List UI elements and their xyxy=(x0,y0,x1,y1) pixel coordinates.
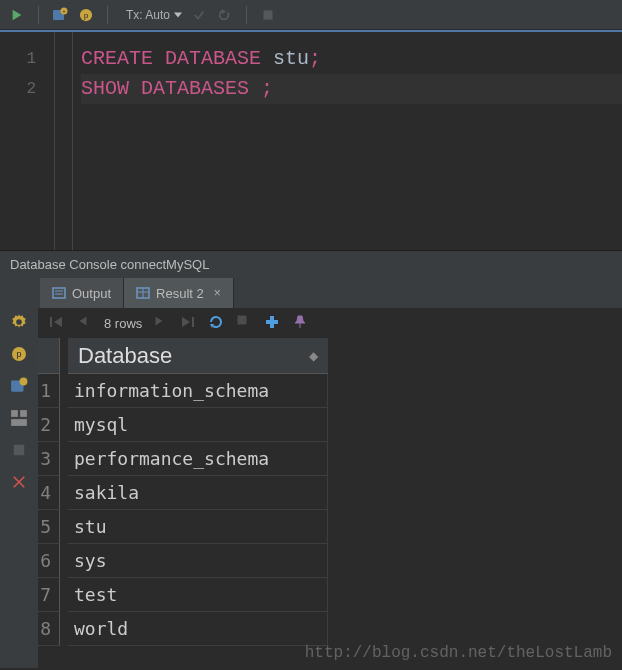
data-cell[interactable]: test xyxy=(68,578,328,612)
data-cell[interactable]: sys xyxy=(68,544,328,578)
sql-semicolon: ; xyxy=(261,77,273,100)
table-icon xyxy=(136,286,150,300)
svg-rect-9 xyxy=(53,288,65,298)
close-icon[interactable]: × xyxy=(214,286,221,300)
editor-toolbar: + p Tx: Auto xyxy=(0,0,622,30)
line-number: 2 xyxy=(0,74,36,104)
data-column: Database ◆ information_schema mysql perf… xyxy=(68,338,328,646)
run-icon[interactable] xyxy=(8,6,26,24)
stop-rail-icon[interactable] xyxy=(9,440,29,460)
column-header[interactable]: Database ◆ xyxy=(68,338,328,374)
last-page-icon[interactable] xyxy=(180,314,198,332)
output-icon xyxy=(52,286,66,300)
gutter-header xyxy=(38,338,60,374)
result-area: p 8 rows 1 xyxy=(0,308,622,668)
svg-text:p: p xyxy=(84,10,89,19)
gutter-separator xyxy=(55,32,73,250)
separator xyxy=(107,6,108,24)
row-number: 3 xyxy=(38,442,60,476)
row-number-gutter: 1 2 3 4 5 6 7 8 xyxy=(38,338,68,646)
separator xyxy=(38,6,39,24)
row-number: 8 xyxy=(38,612,60,646)
line-number: 1 xyxy=(0,44,36,74)
pin-icon[interactable] xyxy=(292,314,310,332)
layout-icon[interactable] xyxy=(9,408,29,428)
stop-icon[interactable] xyxy=(259,6,277,24)
pending-icon[interactable]: p xyxy=(77,6,95,24)
tx-mode-label: Tx: Auto xyxy=(126,8,170,22)
svg-point-19 xyxy=(20,378,28,386)
chevron-down-icon xyxy=(174,12,182,18)
svg-marker-7 xyxy=(222,8,226,13)
row-count-label: 8 rows xyxy=(104,316,142,331)
svg-marker-28 xyxy=(80,317,87,326)
svg-rect-31 xyxy=(192,317,194,327)
data-cell[interactable]: sakila xyxy=(68,476,328,510)
data-grid[interactable]: 1 2 3 4 5 6 7 8 Database ◆ information_s… xyxy=(38,338,622,646)
sql-semicolon: ; xyxy=(309,47,321,70)
result-toolbar: 8 rows xyxy=(38,308,622,338)
data-cell[interactable]: stu xyxy=(68,510,328,544)
svg-rect-8 xyxy=(264,10,273,19)
refresh-icon[interactable] xyxy=(208,314,226,332)
svg-text:p: p xyxy=(16,350,21,360)
close-rail-icon[interactable] xyxy=(9,472,29,492)
svg-rect-23 xyxy=(14,445,25,456)
sql-editor[interactable]: 1 2 CREATE DATABASE stu; SHOW DATABASES … xyxy=(0,30,622,250)
svg-point-15 xyxy=(16,319,22,325)
svg-text:+: + xyxy=(62,9,65,15)
tab-label: Result 2 xyxy=(156,286,204,301)
svg-rect-26 xyxy=(50,317,52,327)
row-number: 4 xyxy=(38,476,60,510)
row-number: 2 xyxy=(38,408,60,442)
settings-icon[interactable] xyxy=(9,312,29,332)
data-cell[interactable]: mysql xyxy=(68,408,328,442)
sql-keyword: SHOW DATABASES xyxy=(81,77,249,100)
svg-rect-22 xyxy=(11,419,27,426)
code-line: SHOW DATABASES ; xyxy=(81,74,622,104)
editor-gutter: 1 2 xyxy=(0,32,55,250)
data-cell[interactable]: world xyxy=(68,612,328,646)
svg-rect-33 xyxy=(238,316,247,325)
first-page-icon[interactable] xyxy=(48,314,66,332)
svg-rect-21 xyxy=(20,410,27,417)
column-name: Database xyxy=(78,338,172,374)
add-row-icon[interactable] xyxy=(264,314,282,332)
code-area[interactable]: CREATE DATABASE stu; SHOW DATABASES ; xyxy=(73,32,622,250)
result-tab-bar: Output Result 2 × xyxy=(0,278,622,308)
sql-identifier: stu xyxy=(261,47,309,70)
tab-output[interactable]: Output xyxy=(40,278,124,308)
sort-indicator-icon[interactable]: ◆ xyxy=(309,338,328,374)
stop-result-icon[interactable] xyxy=(236,314,254,332)
next-page-icon[interactable] xyxy=(152,314,170,332)
svg-marker-6 xyxy=(174,12,182,17)
rollback-icon[interactable] xyxy=(216,6,234,24)
tab-result[interactable]: Result 2 × xyxy=(124,278,234,308)
tx-mode-dropdown[interactable]: Tx: Auto xyxy=(126,8,182,22)
new-console-rail-icon[interactable] xyxy=(9,376,29,396)
pending-rail-icon[interactable]: p xyxy=(9,344,29,364)
commit-icon[interactable] xyxy=(190,6,208,24)
new-console-icon[interactable]: + xyxy=(51,6,69,24)
console-title: Database Console connectMySQL xyxy=(0,250,622,278)
svg-marker-0 xyxy=(13,9,22,20)
code-line: CREATE DATABASE stu; xyxy=(81,44,622,74)
svg-marker-29 xyxy=(156,317,163,326)
svg-marker-30 xyxy=(182,317,190,327)
row-number: 1 xyxy=(38,374,60,408)
prev-page-icon[interactable] xyxy=(76,314,94,332)
separator xyxy=(246,6,247,24)
svg-rect-20 xyxy=(11,410,18,417)
svg-marker-27 xyxy=(54,317,62,327)
row-number: 6 xyxy=(38,544,60,578)
row-number: 5 xyxy=(38,510,60,544)
data-cell[interactable]: information_schema xyxy=(68,374,328,408)
result-panel: 8 rows 1 2 3 4 5 6 7 8 Database xyxy=(38,308,622,668)
tab-label: Output xyxy=(72,286,111,301)
sql-identifier xyxy=(249,77,261,100)
sql-keyword: CREATE DATABASE xyxy=(81,47,261,70)
svg-rect-35 xyxy=(266,320,278,324)
tool-rail: p xyxy=(0,308,38,668)
data-cell[interactable]: performance_schema xyxy=(68,442,328,476)
row-number: 7 xyxy=(38,578,60,612)
